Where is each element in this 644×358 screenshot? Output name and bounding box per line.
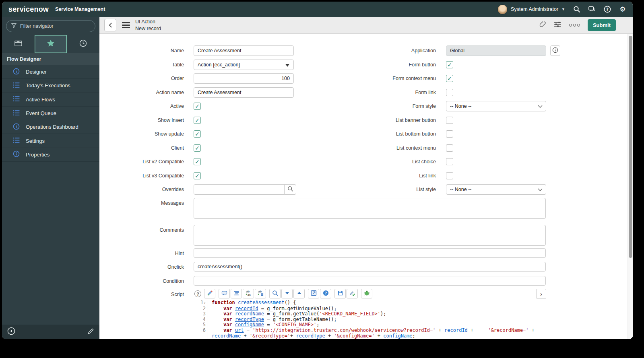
field-label: Client <box>99 143 184 153</box>
filter-navigator-input[interactable]: Filter navigator <box>6 20 95 32</box>
field-label: List style <box>323 184 436 195</box>
save-icon <box>337 290 343 298</box>
list-link-checkbox[interactable] <box>446 172 453 179</box>
comment-button[interactable] <box>219 289 230 298</box>
back-button[interactable] <box>104 19 116 31</box>
script-editor-toolbar: abacab? <box>204 289 372 298</box>
application-navigator: Filter navigator Flow Designer DesignerT… <box>2 17 99 339</box>
svg-text:ab: ab <box>246 290 249 293</box>
script-code-editor[interactable]: 1▾function createAssessment() {2 var rec… <box>194 300 546 339</box>
application-field: Global <box>446 45 546 56</box>
condition-field[interactable] <box>194 276 546 286</box>
replace-button[interactable]: abac <box>243 289 254 298</box>
order-field[interactable]: 100 <box>194 73 294 84</box>
format-code-button[interactable] <box>231 289 242 298</box>
scrollbar-thumb[interactable] <box>629 36 632 258</box>
vertical-scrollbar <box>627 34 633 339</box>
overrides-field[interactable] <box>194 184 285 195</box>
open-window-button[interactable] <box>308 289 319 298</box>
tab-history[interactable] <box>67 35 99 53</box>
show-update-checkbox[interactable] <box>194 130 201 138</box>
pencil-icon[interactable] <box>87 328 94 336</box>
list-v2-compatible-checkbox[interactable] <box>194 158 201 165</box>
name-field[interactable]: Create Assessment <box>194 45 294 56</box>
field-label: List banner button <box>323 115 436 126</box>
help-icon[interactable]: ? <box>604 6 611 13</box>
find-next-button[interactable] <box>281 289 293 298</box>
search-icon[interactable] <box>573 6 580 13</box>
comments-field[interactable] <box>194 225 546 246</box>
sidebar-item-event-queue[interactable]: Event Queue <box>2 107 99 120</box>
code-line-row: 3 var recordName = g_form.getValue('<REC… <box>194 311 546 317</box>
sidebar-item-label: Properties <box>26 152 50 158</box>
find-previous-button[interactable] <box>293 289 305 298</box>
info-circle-icon <box>13 68 20 76</box>
svg-text:ac: ac <box>247 293 250 296</box>
tab-all-applications[interactable] <box>2 35 35 53</box>
field-label: Form link <box>323 87 436 98</box>
form-context-menu-checkbox[interactable] <box>446 75 453 82</box>
collapse-icon[interactable] <box>7 327 15 337</box>
open-window-icon <box>311 290 317 298</box>
field-label: Active <box>99 101 184 111</box>
list-context-menu-checkbox[interactable] <box>446 144 453 152</box>
field-label: Name <box>99 45 184 56</box>
client-checkbox[interactable] <box>194 144 201 152</box>
messages-field[interactable] <box>194 198 546 219</box>
sidebar-item-operations-dashboard[interactable]: Operations Dashboard <box>2 120 99 134</box>
info-circle-icon <box>13 150 20 158</box>
list-bottom-button-checkbox[interactable] <box>446 130 453 138</box>
sidebar-footer <box>2 325 99 339</box>
validate-button[interactable] <box>347 289 358 298</box>
tab-favorites[interactable] <box>35 35 67 53</box>
syntax-editor-button[interactable] <box>204 289 215 298</box>
field-label: List v2 Compatible <box>99 156 184 167</box>
hint-field[interactable] <box>194 248 546 258</box>
form-link-checkbox[interactable] <box>446 89 453 96</box>
active-checkbox[interactable] <box>194 103 201 110</box>
action-name-field[interactable]: Create Assessment <box>194 87 294 98</box>
code-line-text: function createAssessment() { <box>208 300 546 306</box>
personalize-icon[interactable] <box>554 21 561 29</box>
record-form: ? abacab? › 1▾function createAssessment(… <box>99 34 633 339</box>
chat-icon[interactable] <box>588 6 596 13</box>
replace-all-button[interactable]: ab <box>255 289 266 298</box>
application-info-button[interactable] <box>550 45 560 56</box>
user-menu[interactable]: System Administrator ▼ <box>497 4 565 14</box>
list-icon <box>13 137 20 145</box>
list-v3-compatible-checkbox[interactable] <box>194 172 201 179</box>
list-banner-button-checkbox[interactable] <box>446 117 453 124</box>
form-style-select[interactable]: -- None -- <box>446 101 546 111</box>
save-button[interactable] <box>334 289 346 298</box>
context-menu-icon[interactable] <box>122 21 130 29</box>
dropdown-triangle-icon <box>285 64 289 67</box>
sidebar-item-designer[interactable]: Designer <box>2 65 99 79</box>
gear-icon[interactable]: ⚙ <box>619 6 626 13</box>
star-icon <box>47 39 55 49</box>
script-help-icon[interactable]: ? <box>194 290 201 297</box>
sidebar-item-today-s-executions[interactable]: Today's Executions <box>2 79 99 93</box>
sidebar-item-properties[interactable]: Properties <box>2 148 99 162</box>
field-label: List bottom button <box>323 129 436 139</box>
more-options-icon[interactable] <box>569 24 580 27</box>
fold-arrow-icon[interactable]: ▾ <box>204 301 206 305</box>
sidebar-item-settings[interactable]: Settings <box>2 134 99 148</box>
submit-button[interactable]: Submit <box>588 19 616 31</box>
overrides-lookup-button[interactable] <box>284 184 296 195</box>
list-choice-checkbox[interactable] <box>446 158 453 165</box>
attachment-icon[interactable] <box>539 21 546 30</box>
table-select[interactable]: Action [ecc_action] <box>194 60 294 70</box>
search-button[interactable] <box>269 289 281 298</box>
syntax-editor-icon <box>207 290 213 298</box>
sidebar-item-active-flows[interactable]: Active Flows <box>2 93 99 107</box>
onclick-field[interactable]: createAssessment() <box>194 262 546 272</box>
list-style-select[interactable]: -- None -- <box>446 184 546 195</box>
replace-all-icon: ab <box>258 290 264 298</box>
expand-editor-button[interactable]: › <box>536 289 546 299</box>
debug-button[interactable] <box>361 289 372 298</box>
show-insert-checkbox[interactable] <box>194 117 201 124</box>
api-help-button[interactable]: ? <box>320 289 331 298</box>
form-button-checkbox[interactable] <box>446 61 453 68</box>
servicenow-logo[interactable]: servicenow <box>8 5 49 14</box>
field-label: List link <box>323 171 436 181</box>
